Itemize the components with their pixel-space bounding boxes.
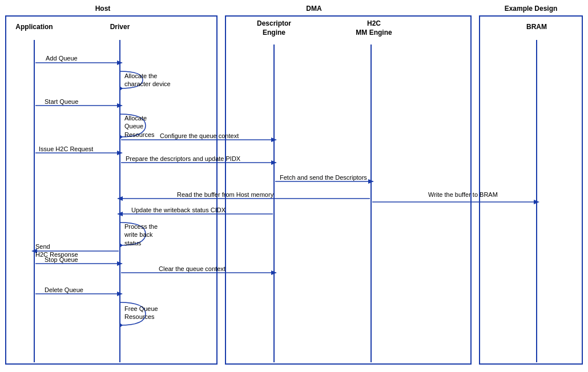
dma-label: DMA: [285, 5, 343, 13]
add-queue-label: Add Queue: [46, 55, 78, 62]
svg-marker-28: [120, 243, 123, 248]
host-label: Host: [69, 5, 137, 13]
svg-marker-23: [117, 196, 123, 201]
desc-engine-lane-label: DescriptorEngine: [251, 19, 297, 37]
bram-lane-label: BRAM: [514, 23, 559, 31]
stop-queue-label: Stop Queue: [45, 256, 78, 263]
svg-marker-34: [271, 270, 277, 275]
svg-rect-7: [480, 16, 582, 364]
svg-marker-10: [120, 86, 123, 91]
driver-lane-label: Driver: [97, 23, 143, 31]
sequence-diagram: Host DMA Example Design Application Driv…: [0, 0, 588, 372]
svg-marker-12: [117, 103, 123, 108]
svg-marker-17: [117, 151, 123, 155]
svg-marker-36: [117, 292, 123, 296]
svg-marker-13: [120, 135, 123, 139]
clear-queue-label: Clear the queue context: [159, 265, 225, 272]
svg-rect-6: [225, 16, 471, 364]
free-queue-label: Free QueueResources: [124, 305, 158, 321]
svg-marker-21: [368, 179, 374, 184]
example-design-label: Example Design: [480, 5, 582, 13]
start-queue-label: Start Queue: [45, 98, 78, 105]
svg-marker-19: [271, 160, 277, 165]
svg-rect-5: [6, 16, 217, 364]
arrows-svg: [0, 0, 588, 372]
svg-marker-32: [117, 261, 123, 266]
svg-marker-27: [117, 212, 123, 216]
svg-marker-15: [271, 138, 277, 142]
prepare-desc-label: Prepare the descriptors and update PIDX: [126, 155, 240, 162]
allocate-char-label: Allocate thecharacter device: [124, 72, 171, 88]
read-buffer-label: Read the buffer from Host memory: [177, 191, 273, 198]
application-lane-label: Application: [11, 23, 57, 31]
h2c-engine-lane-label: H2CMM Engine: [351, 19, 397, 37]
svg-marker-25: [534, 200, 539, 204]
configure-queue-label: Configure the queue context: [160, 132, 239, 139]
allocate-queue-label: AllocateQueueResources: [124, 114, 155, 139]
svg-marker-9: [117, 60, 123, 65]
delete-queue-label: Delete Queue: [45, 286, 83, 293]
write-bram-label: Write the buffer to BRAM: [428, 191, 498, 198]
update-writeback-label: Update the writeback status CIDX: [131, 207, 225, 213]
issue-h2c-label: Issue H2C Request: [39, 145, 93, 152]
svg-marker-37: [120, 323, 123, 327]
fetch-desc-label: Fetch and send the Descriptors: [280, 174, 367, 181]
process-writeback-label: Process thewrite backstatus: [124, 223, 158, 247]
